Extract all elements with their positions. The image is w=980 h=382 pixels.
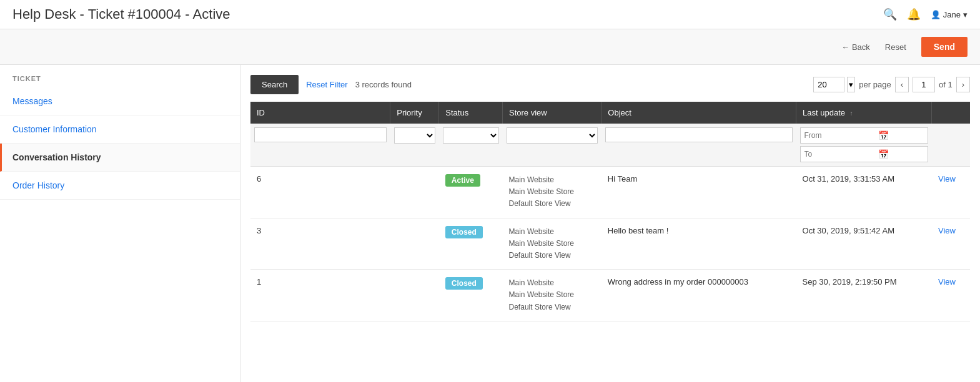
table-row: 6 Active Main Website Main Website Store… <box>250 167 970 218</box>
cell-id: 1 <box>250 270 390 321</box>
sidebar-item-order-history[interactable]: Order History <box>0 172 240 200</box>
tickets-table: ID Priority Status Store view Object Las… <box>250 102 970 321</box>
col-header-last-update[interactable]: Last update ↑ <box>796 102 932 124</box>
search-button[interactable]: Search <box>250 75 299 94</box>
filter-object-input[interactable] <box>605 127 793 142</box>
cell-store-view: Main Website Main Website Store Default … <box>503 167 601 218</box>
cell-object: Wrong address in my order 000000003 <box>601 270 796 321</box>
col-header-priority: Priority <box>390 102 439 124</box>
cell-action: View <box>932 218 970 270</box>
col-header-object: Object <box>601 102 796 124</box>
page-prev-button[interactable]: ‹ <box>895 77 909 92</box>
view-link[interactable]: View <box>938 226 956 235</box>
status-badge: Active <box>445 174 480 187</box>
col-header-status: Status <box>439 102 503 124</box>
cell-action: View <box>932 167 970 218</box>
per-page-input[interactable]: 20 <box>813 77 844 92</box>
back-button[interactable]: ← Back <box>841 42 870 52</box>
sidebar-section-title: TICKET <box>0 65 240 87</box>
table-header-row: ID Priority Status Store view Object Las… <box>250 102 970 124</box>
page-input[interactable]: 1 <box>913 77 935 92</box>
status-badge: Closed <box>445 277 483 290</box>
cell-store-view: Main Website Main Website Store Default … <box>503 270 601 321</box>
cell-last-update: Sep 30, 2019, 2:19:50 PM <box>796 270 932 321</box>
toolbar: ← Back Reset Send <box>0 29 980 65</box>
status-badge: Closed <box>445 226 483 238</box>
filter-id-input[interactable] <box>254 127 387 142</box>
date-from-input[interactable] <box>801 129 876 142</box>
user-menu[interactable]: 👤 Jane ▾ <box>931 10 968 19</box>
filter-row: 📅 📅 <box>250 124 970 167</box>
filter-priority-select[interactable] <box>394 127 435 144</box>
table-row: 1 Closed Main Website Main Website Store… <box>250 270 970 321</box>
per-page-dropdown-button[interactable]: ▾ <box>847 77 855 92</box>
cell-status: Closed <box>439 218 503 270</box>
user-icon: 👤 <box>931 10 941 19</box>
date-from-wrapper: 📅 <box>800 127 928 144</box>
chevron-down-icon: ▾ <box>963 10 968 19</box>
page-of: of 1 <box>939 80 953 89</box>
reset-filter-button[interactable]: Reset Filter <box>306 80 347 89</box>
per-page-select: 20 ▾ <box>813 77 855 92</box>
send-button[interactable]: Send <box>921 37 968 57</box>
per-page-label: per page <box>859 80 891 89</box>
cell-id: 6 <box>250 167 390 218</box>
records-found: 3 records found <box>355 80 412 89</box>
filter-store-cell <box>503 124 601 167</box>
cell-action: View <box>932 270 970 321</box>
page-title: Help Desk - Ticket #100004 - Active <box>12 6 230 22</box>
col-header-id: ID <box>250 102 390 124</box>
cell-status: Closed <box>439 270 503 321</box>
cell-priority <box>390 167 439 218</box>
arrow-left-icon: ← <box>841 42 849 52</box>
filter-priority-cell <box>390 124 439 167</box>
table-row: 3 Closed Main Website Main Website Store… <box>250 218 970 270</box>
main-layout: TICKET Messages Customer Information Con… <box>0 65 980 382</box>
content-area: Search Reset Filter 3 records found 20 ▾… <box>240 65 980 382</box>
view-link[interactable]: View <box>938 277 956 286</box>
cell-last-update: Oct 31, 2019, 3:31:53 AM <box>796 167 932 218</box>
sidebar-item-customer-information[interactable]: Customer Information <box>0 115 240 144</box>
filter-id-cell <box>250 124 390 167</box>
filter-status-select[interactable] <box>443 127 499 144</box>
sidebar-item-conversation-history[interactable]: Conversation History <box>0 144 240 172</box>
filter-object-cell <box>601 124 796 167</box>
col-header-store-view: Store view <box>503 102 601 124</box>
view-link[interactable]: View <box>938 174 956 184</box>
cell-id: 3 <box>250 218 390 270</box>
cell-object: Hi Team <box>601 167 796 218</box>
date-filter-container: 📅 📅 <box>800 127 928 162</box>
search-icon[interactable]: 🔍 <box>883 7 897 21</box>
search-bar: Search Reset Filter 3 records found 20 ▾… <box>250 75 970 94</box>
filter-action-cell <box>932 124 970 167</box>
sidebar-item-messages[interactable]: Messages <box>0 87 240 115</box>
page-next-button[interactable]: › <box>956 77 970 92</box>
header: Help Desk - Ticket #100004 - Active 🔍 🔔 … <box>0 0 980 29</box>
pagination: 20 ▾ per page ‹ 1 of 1 › <box>813 77 970 92</box>
cell-last-update: Oct 30, 2019, 9:51:42 AM <box>796 218 932 270</box>
cell-priority <box>390 270 439 321</box>
sort-icon: ↑ <box>850 110 853 117</box>
filter-store-select[interactable] <box>507 127 598 144</box>
date-to-wrapper: 📅 <box>800 146 928 162</box>
user-name: Jane <box>943 10 961 19</box>
calendar-from-icon[interactable]: 📅 <box>876 128 891 143</box>
cell-status: Active <box>439 167 503 218</box>
sidebar: TICKET Messages Customer Information Con… <box>0 65 240 382</box>
cell-object: Hello best team ! <box>601 218 796 270</box>
filter-date-cell: 📅 📅 <box>796 124 932 167</box>
cell-store-view: Main Website Main Website Store Default … <box>503 218 601 270</box>
cell-priority <box>390 218 439 270</box>
filter-status-cell <box>439 124 503 167</box>
header-actions: 🔍 🔔 👤 Jane ▾ <box>883 7 968 21</box>
bell-icon[interactable]: 🔔 <box>907 7 921 21</box>
calendar-to-icon[interactable]: 📅 <box>876 147 891 162</box>
col-header-action <box>932 102 970 124</box>
reset-button[interactable]: Reset <box>878 39 914 56</box>
date-to-input[interactable] <box>801 147 876 161</box>
